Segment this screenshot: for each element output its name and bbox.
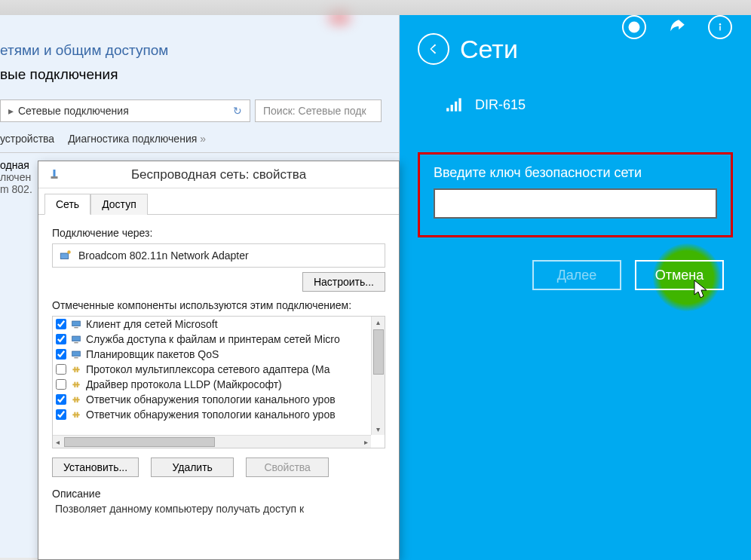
security-key-input[interactable] bbox=[434, 188, 717, 219]
tabstrip: Сеть Доступ bbox=[38, 188, 399, 215]
svg-rect-14 bbox=[77, 367, 78, 372]
network-name: DIR-615 bbox=[475, 97, 526, 113]
component-checkbox[interactable] bbox=[56, 319, 66, 329]
video-overlay-controls bbox=[622, 15, 732, 39]
component-icon bbox=[70, 333, 82, 345]
refresh-icon[interactable]: ↻ bbox=[233, 105, 242, 117]
highlight-annotation: Введите ключ безопасности сети bbox=[418, 152, 733, 237]
network-adapter-icon bbox=[59, 249, 72, 262]
tab-network[interactable]: Сеть bbox=[44, 194, 90, 215]
scroll-thumb[interactable] bbox=[373, 329, 384, 375]
remove-button[interactable]: Удалить bbox=[151, 457, 234, 477]
component-item[interactable]: Драйвер протокола LLDP (Майкрософт) bbox=[53, 377, 385, 392]
component-checkbox[interactable] bbox=[56, 334, 66, 344]
cancel-button[interactable]: Отмена bbox=[635, 260, 724, 290]
breadcrumb[interactable]: ▸ Сетевые подключения ↻ bbox=[0, 99, 250, 122]
properties-button[interactable]: Свойства bbox=[246, 457, 329, 477]
explorer-title-2: вые подключения bbox=[0, 62, 399, 99]
svg-rect-23 bbox=[77, 412, 78, 418]
svg-rect-22 bbox=[74, 412, 75, 418]
component-item[interactable]: Ответчик обнаружения топологии канальног… bbox=[53, 407, 385, 422]
video-scrub-bar bbox=[0, 0, 751, 15]
svg-rect-16 bbox=[74, 382, 75, 387]
component-item[interactable]: Клиент для сетей Microsoft bbox=[53, 317, 385, 332]
svg-rect-26 bbox=[455, 102, 457, 112]
watch-later-icon[interactable] bbox=[622, 15, 646, 39]
svg-rect-20 bbox=[77, 397, 78, 402]
svg-rect-25 bbox=[451, 105, 453, 112]
tab-access[interactable]: Доступ bbox=[90, 194, 148, 215]
scroll-up-icon[interactable]: ▴ bbox=[375, 317, 382, 328]
svg-rect-2 bbox=[54, 170, 56, 176]
description-heading: Описание bbox=[52, 488, 385, 500]
wifi-icon bbox=[48, 167, 61, 181]
svg-rect-11 bbox=[74, 357, 78, 358]
components-label: Отмеченные компоненты используются этим … bbox=[52, 299, 385, 311]
svg-rect-18 bbox=[72, 399, 79, 400]
install-button[interactable]: Установить... bbox=[52, 457, 139, 477]
back-button[interactable] bbox=[418, 33, 449, 65]
component-item[interactable]: Протокол мультиплексора сетевого адаптер… bbox=[53, 362, 385, 377]
wifi-signal-icon bbox=[445, 95, 464, 115]
search-placeholder: Поиск: Сетевые подк bbox=[263, 105, 366, 117]
component-icon bbox=[70, 393, 82, 405]
adapter-name: Broadcom 802.11n Network Adapter bbox=[78, 249, 249, 262]
svg-rect-21 bbox=[72, 414, 79, 415]
description-text: Позволяет данному компьютеру получать до… bbox=[52, 503, 385, 515]
dialog-title: Беспроводная сеть: свойства bbox=[131, 167, 306, 182]
network-item[interactable]: DIR-615 bbox=[400, 87, 751, 122]
svg-point-5 bbox=[67, 250, 71, 254]
component-label: Протокол мультиплексора сетевого адаптер… bbox=[86, 363, 330, 375]
svg-rect-7 bbox=[74, 327, 78, 328]
component-checkbox[interactable] bbox=[56, 349, 66, 360]
svg-rect-8 bbox=[72, 336, 81, 341]
info-icon[interactable] bbox=[708, 15, 732, 39]
scroll-down-icon[interactable]: ▾ bbox=[375, 424, 382, 435]
networks-charm-panel: Сети DIR-615 Введите ключ безопасности с… bbox=[400, 15, 751, 560]
svg-rect-9 bbox=[74, 342, 78, 343]
scroll-right-icon[interactable]: ▸ bbox=[361, 438, 371, 446]
component-label: Ответчик обнаружения топологии канальног… bbox=[86, 393, 336, 405]
dialog-titlebar[interactable]: Беспроводная сеть: свойства bbox=[38, 161, 399, 188]
components-listbox[interactable]: Клиент для сетей MicrosoftСлужба доступа… bbox=[52, 316, 385, 448]
vertical-scrollbar[interactable]: ▴ ▾ bbox=[371, 317, 385, 435]
scroll-left-icon[interactable]: ◂ bbox=[53, 438, 63, 446]
component-checkbox[interactable] bbox=[56, 409, 66, 420]
explorer-toolbar: устройства Диагностика подключения » bbox=[0, 128, 399, 149]
svg-rect-19 bbox=[74, 397, 75, 402]
share-icon[interactable] bbox=[665, 15, 689, 39]
component-label: Драйвер протокола LLDP (Майкрософт) bbox=[86, 378, 282, 390]
component-checkbox[interactable] bbox=[56, 364, 66, 375]
component-label: Служба доступа к файлам и принтерам сете… bbox=[86, 333, 340, 345]
next-button[interactable]: Далее bbox=[532, 260, 621, 290]
component-item[interactable]: Служба доступа к файлам и принтерам сете… bbox=[53, 332, 385, 347]
component-item[interactable]: Ответчик обнаружения топологии канальног… bbox=[53, 392, 385, 407]
svg-rect-10 bbox=[72, 351, 81, 357]
svg-rect-3 bbox=[51, 176, 58, 179]
toolbar-item[interactable]: Диагностика подключения » bbox=[68, 133, 206, 145]
toolbar-item[interactable]: устройства bbox=[0, 133, 54, 145]
component-item[interactable]: Планировщик пакетов QoS bbox=[53, 347, 385, 362]
scroll-thumb[interactable] bbox=[64, 437, 215, 447]
svg-rect-4 bbox=[60, 253, 69, 259]
configure-button[interactable]: Настроить... bbox=[302, 272, 385, 292]
breadcrumb-text: Сетевые подключения bbox=[18, 105, 129, 117]
svg-rect-24 bbox=[446, 108, 449, 111]
component-checkbox[interactable] bbox=[56, 394, 66, 405]
svg-rect-6 bbox=[72, 321, 81, 326]
component-icon bbox=[70, 378, 82, 390]
component-checkbox[interactable] bbox=[56, 379, 66, 390]
component-label: Планировщик пакетов QoS bbox=[86, 348, 219, 360]
search-box[interactable]: Поиск: Сетевые подк bbox=[255, 99, 382, 122]
svg-rect-12 bbox=[72, 369, 79, 370]
component-icon bbox=[70, 318, 82, 330]
component-icon bbox=[70, 363, 82, 375]
svg-rect-13 bbox=[74, 367, 75, 372]
wireless-properties-dialog: Беспроводная сеть: свойства Сеть Доступ … bbox=[38, 161, 400, 560]
adapter-box: Broadcom 802.11n Network Adapter bbox=[52, 243, 385, 268]
horizontal-scrollbar[interactable]: ◂ ▸ bbox=[53, 435, 371, 448]
charm-title: Сети bbox=[460, 35, 518, 64]
svg-rect-17 bbox=[77, 382, 78, 387]
svg-rect-1 bbox=[719, 26, 721, 31]
connect-via-label: Подключение через: bbox=[52, 227, 385, 239]
